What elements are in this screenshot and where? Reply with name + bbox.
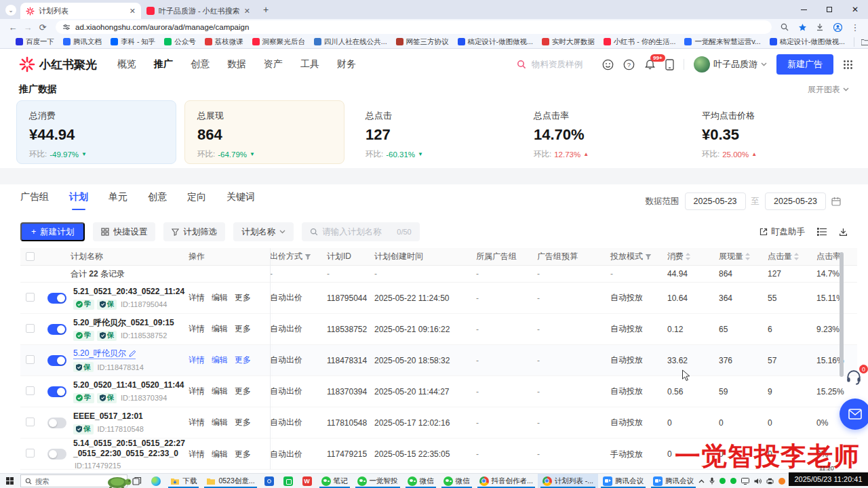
app-logo[interactable]: 小红书聚光 [19,56,97,73]
action-edit[interactable]: 编辑 [212,417,228,428]
taskbar-green-app[interactable] [279,474,298,488]
nav-creative[interactable]: 创意 [191,58,210,70]
action-edit[interactable]: 编辑 [212,292,228,304]
site-info-icon[interactable] [62,23,71,31]
row-checkbox[interactable] [26,386,35,395]
help-icon[interactable]: ? [623,59,635,70]
date-start-input[interactable]: 2025-05-23 [685,192,746,210]
filter-icon[interactable] [304,253,311,260]
date-end-input[interactable]: 2025-05-23 [765,192,826,210]
plan-name[interactable]: EEEE_0517_12:01 [73,411,144,422]
stat-card-total-cost[interactable]: 总消费 ¥44.94 环比:-49.97%▼ [16,100,176,164]
plan-name[interactable]: 5.20_呼伦贝尔 [73,348,136,359]
nav-tools[interactable]: 工具 [300,58,319,70]
customer-support-button[interactable]: 0 [845,368,865,388]
taskbar-wechat-2[interactable]: 微信 [439,474,475,488]
taskbar-search[interactable] [20,474,128,487]
edit-pencil-icon[interactable] [129,350,136,357]
quick-settings-button[interactable]: 快捷设置 [93,222,155,241]
feedback-smiley-icon[interactable] [602,59,614,70]
bookmark-item[interactable]: 一觉醒来智慧运营v... [684,37,760,47]
sort-icon[interactable] [745,253,750,260]
row-checkbox[interactable] [26,449,35,458]
download-icon[interactable] [839,228,848,237]
plan-name[interactable]: 5.20_呼伦贝尔_0521_09:15 [73,318,174,328]
plan-toggle[interactable] [47,449,66,460]
name-filter-dropdown[interactable]: 计划名称 [233,222,294,241]
bookmark-item[interactable]: 荔枝微课 [205,37,243,47]
stat-card-total-clicks[interactable]: 总点击 127 环比:-60.31%▼ [353,100,513,164]
reload-button[interactable]: ⟳ [35,20,50,34]
action-more[interactable]: 更多 [235,417,251,428]
new-ad-button[interactable]: 新建广告 [776,54,833,75]
bookmark-item[interactable]: 腾讯文档 [63,37,102,47]
bookmark-item[interactable]: 公众号 [164,37,196,47]
action-edit[interactable]: 编辑 [212,354,228,366]
plan-toggle[interactable] [47,386,66,397]
bookmark-item[interactable]: 网签三方协议 [396,37,449,47]
tab-ad-group[interactable]: 广告组 [20,191,49,210]
tab-search-icon[interactable]: ⌄ [5,5,16,16]
taskbar-wechat-1[interactable]: 微信 [403,474,439,488]
plan-search-input[interactable] [322,227,393,237]
start-button[interactable] [0,474,20,488]
plan-name[interactable]: 5.14_0515_20:51_0515_22:27_0515_22:30_05… [73,439,187,459]
tray-expand-icon[interactable] [698,479,705,483]
action-detail[interactable]: 详情 [189,323,205,335]
bookmark-star-icon[interactable] [795,20,810,34]
forward-button[interactable]: → [20,20,35,34]
volume-icon[interactable] [754,478,762,485]
sort-icon[interactable] [794,253,799,260]
microphone-icon[interactable] [709,477,715,485]
sort-icon[interactable] [686,253,690,260]
taskbar-blue-app[interactable] [260,474,279,488]
action-more[interactable]: 更多 [235,292,251,304]
taskbar-search-input[interactable] [35,477,90,485]
security-tray-icon[interactable] [778,478,785,485]
column-settings-icon[interactable] [817,228,827,236]
bookmark-item[interactable]: 四川人社在线公共... [314,37,387,47]
row-checkbox[interactable] [26,355,35,364]
action-detail[interactable]: 详情 [189,449,205,460]
apps-grid-icon[interactable] [843,60,853,70]
plan-name[interactable]: 5.20_0520_11:41_0520_11:44 [73,380,184,390]
window-minimize-button[interactable] [791,0,816,19]
taskbar-downloads-folder[interactable]: 下载 [165,474,201,488]
nav-data[interactable]: 数据 [227,58,246,70]
taskbar-chrome-douyin[interactable]: 抖音创作者... [475,474,538,488]
tab-unit[interactable]: 单元 [108,191,127,210]
plan-toggle[interactable] [47,418,66,428]
taskbar-wechat-notes[interactable]: 笔记 [317,474,353,488]
taskbar-meeting-1[interactable]: 腾讯会议 [598,474,648,488]
wechat-tray-icon[interactable] [719,478,726,484]
action-edit[interactable]: 编辑 [212,449,228,460]
action-edit[interactable]: 编辑 [212,323,228,335]
zoom-icon[interactable] [777,20,792,34]
tab-plan[interactable]: 计划 [69,191,88,210]
expand-chart-toggle[interactable]: 展开图表 [808,84,849,96]
taskbar-wps[interactable]: W [298,474,317,488]
tab-creative[interactable]: 创意 [148,191,167,210]
row-checkbox[interactable] [26,418,35,426]
action-edit[interactable]: 编辑 [212,386,228,397]
action-detail[interactable]: 详情 [189,354,205,366]
watch-assistant-link[interactable]: 盯盘助手 [760,226,805,238]
all-bookmarks[interactable]: 所有书签 [854,37,868,47]
action-detail[interactable]: 详情 [189,292,205,304]
row-checkbox[interactable] [26,324,35,333]
notifications[interactable]: 99+ [644,59,656,70]
bookmark-item[interactable]: 稿定设计-做图做视... [458,37,533,47]
tab-keywords[interactable]: 关键词 [226,191,255,210]
bookmark-item[interactable]: 稿定设计-做图做视... [770,37,845,47]
account-menu[interactable]: 叶子品质游 [694,56,767,73]
back-button[interactable]: ← [5,20,20,34]
plan-toggle[interactable] [47,293,66,304]
download-icon[interactable] [812,20,827,34]
header-search-input[interactable] [532,60,593,69]
task-view-button[interactable] [127,474,146,488]
table-scrollbar[interactable] [840,252,844,377]
new-plan-button[interactable]: +新建计划 [20,222,85,241]
browser-tab-active[interactable]: 计划列表 ✕ [20,3,141,19]
action-detail[interactable]: 详情 [189,386,205,397]
address-bar[interactable]: ad.xiaohongshu.com/aurora/ad/manage/camp… [56,20,772,34]
